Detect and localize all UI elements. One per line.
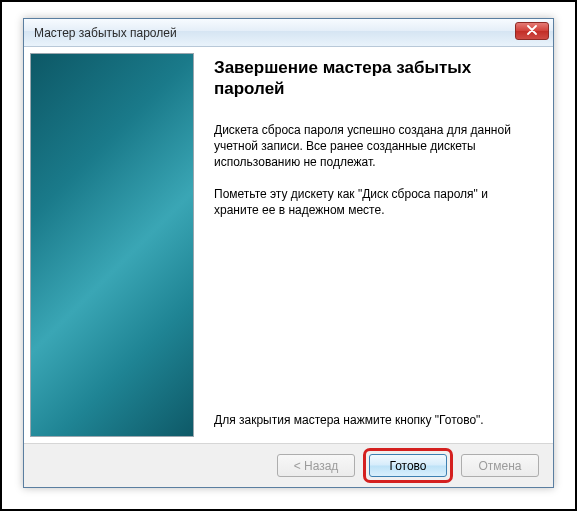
close-icon [527, 24, 537, 38]
wizard-paragraph-2: Пометьте эту дискету как "Диск сброса па… [214, 186, 531, 218]
wizard-main-panel: Завершение мастера забытых паролей Диске… [194, 47, 553, 443]
finish-button[interactable]: Готово [369, 454, 447, 477]
wizard-footer-text: Для закрытия мастера нажмите кнопку "Гот… [214, 413, 531, 427]
button-row: < Назад Готово Отмена [24, 443, 553, 487]
finish-highlight: Готово [363, 448, 453, 483]
wizard-heading: Завершение мастера забытых паролей [214, 57, 531, 100]
wizard-paragraph-1: Дискета сброса пароля успешно создана дл… [214, 122, 531, 171]
cancel-button: Отмена [461, 454, 539, 477]
window-title: Мастер забытых паролей [34, 26, 177, 40]
content-area: Завершение мастера забытых паролей Диске… [24, 47, 553, 443]
wizard-side-graphic [30, 53, 194, 437]
wizard-window: Мастер забытых паролей Завершение мастер… [23, 18, 554, 488]
titlebar: Мастер забытых паролей [24, 19, 553, 47]
back-button: < Назад [277, 454, 355, 477]
close-button[interactable] [515, 22, 549, 40]
